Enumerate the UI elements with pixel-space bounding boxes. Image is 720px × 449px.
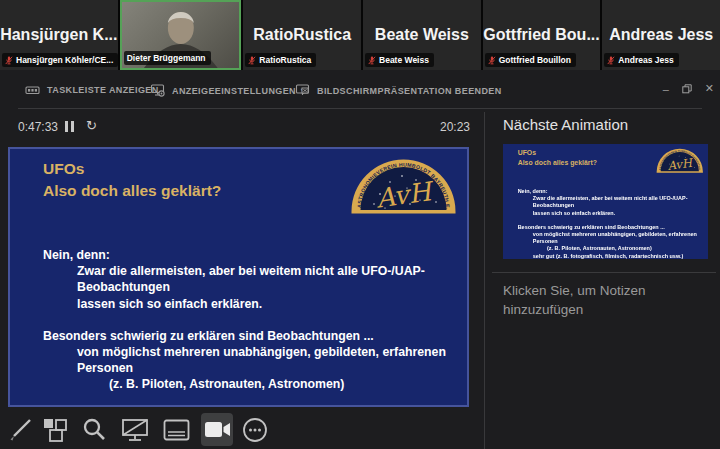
display-settings-icon (150, 84, 165, 97)
astronomy-club-logo: ASTRONOMIEVEREIN HUMBOLDT BAYREUTH E.V. … (350, 152, 457, 214)
display-settings-button[interactable]: ANZEIGEEINSTELLUNGEN ▼ (150, 84, 308, 97)
slide-body-line: Nein, denn: (503, 188, 705, 195)
astronomy-club-logo: ASTRONOMIEVEREIN HUMBOLDT BAYREUTH E.V. … (656, 145, 704, 173)
slide-body-line: Besonders schwierig zu erklären sind Beo… (10, 328, 461, 344)
participant-tile[interactable]: Hansjürgen K... Hansjürgen Köhler/CE... (0, 0, 118, 70)
participant-name-label: Hansjürgen Köhler/CE... (2, 53, 118, 67)
presentation-timer-row: 0:47:33 ↻ 20:23 (18, 118, 470, 136)
slide-body-line: Zwar die allermeisten, aber bei weitem n… (10, 263, 461, 295)
next-animation-preview[interactable]: UFOs Also doch alles geklärt? ASTRONOMIE… (503, 144, 708, 259)
slide-title-line1: UFOs (43, 158, 221, 180)
blank-screen-icon (121, 417, 150, 443)
clock-time: 20:23 (440, 120, 470, 134)
display-settings-label: ANZEIGEEINSTELLUNGEN ▼ (172, 86, 308, 96)
participant-name-label: Gottfried Bouillon (485, 53, 576, 67)
slide-body-line: lassen sich so einfach erklären. (503, 209, 705, 216)
slide-title-line2: Also doch alles geklärt? (43, 180, 221, 202)
subtitles-button[interactable] (161, 413, 191, 446)
participant-name-label: Beate Weiss (365, 53, 434, 67)
slide-title: UFOs Also doch alles geklärt? (518, 148, 597, 168)
toggle-camera-button[interactable] (201, 413, 233, 446)
slide-body: Nein, denn: Zwar die allermeisten, aber … (10, 247, 461, 393)
participant-tile[interactable]: Beate Weiss Beate Weiss (363, 0, 481, 70)
participant-display-name: Hansjürgen K... (0, 26, 118, 44)
slide-body-line: Besonders schwierig zu erklären sind Beo… (503, 224, 705, 231)
slide-title: UFOs Also doch alles geklärt? (43, 158, 221, 202)
mic-muted-icon (607, 56, 615, 65)
taskbar-icon (25, 84, 40, 96)
participant-label-text: Beate Weiss (379, 55, 429, 65)
participant-name-label: RatioRustica (245, 53, 316, 67)
ellipsis-icon (242, 417, 268, 443)
restart-timer-button[interactable]: ↻ (86, 118, 97, 133)
slide-body-line: Zwar die allermeisten, aber bei weitem n… (503, 195, 705, 209)
participant-label-text: Gottfried Bouillon (499, 55, 571, 65)
more-options-button[interactable] (240, 413, 270, 446)
participant-display-name: Beate Weiss (363, 26, 481, 44)
next-slide-thumbnail: UFOs Also doch alles geklärt? ASTRONOMIE… (503, 144, 708, 259)
screen: Hansjürgen K... Hansjürgen Köhler/CE... … (0, 0, 720, 449)
zoom-slide-button[interactable] (79, 413, 109, 446)
participant-label-text: Andreas Jess (618, 55, 673, 65)
show-taskbar-label: TASKLEISTE ANZEIGEN (47, 85, 159, 95)
participant-tile[interactable]: RatioRustica RatioRustica (243, 0, 361, 70)
mic-muted-icon (248, 56, 256, 65)
black-screen-button[interactable] (120, 413, 150, 446)
slide-grid-icon (42, 417, 68, 443)
slide-body-line: von möglichst mehreren unabhängigen, geb… (10, 344, 461, 376)
participant-name-label: Dieter Brüggemann (124, 51, 211, 65)
slide-title-line1: UFOs (518, 148, 597, 158)
see-all-slides-button[interactable] (40, 413, 70, 446)
participant-tile[interactable]: Andreas Jess Andreas Jess (602, 0, 720, 70)
pen-icon (8, 417, 33, 442)
participant-tile[interactable]: Gottfried Bou... Gottfried Bouillon (483, 0, 601, 70)
participant-display-name: Andreas Jess (602, 26, 720, 44)
participant-label-text: Hansjürgen Köhler/CE... (16, 55, 113, 65)
slide-body-line: lassen sich so einfach erklären. (10, 296, 461, 312)
next-animation-heading: Nächste Animation (503, 116, 628, 133)
participant-display-name: Gottfried Bou... (483, 26, 601, 44)
mic-muted-icon (488, 56, 496, 65)
mic-muted-icon (5, 56, 13, 65)
slide-body-line: Nein, denn: (10, 247, 461, 263)
close-button[interactable]: ✕ (705, 82, 714, 95)
slide-body-line: (z. B. Piloten, Astronauten, Astronomen) (10, 376, 461, 392)
window-controls: – ✕ (663, 82, 714, 95)
mic-muted-icon (368, 56, 376, 65)
toolbar-divider (18, 108, 702, 109)
panel-divider (484, 112, 485, 449)
restore-window-button[interactable] (682, 84, 692, 94)
participant-display-name: RatioRustica (243, 26, 361, 44)
notes-divider (492, 272, 716, 273)
pen-tools-button[interactable] (5, 413, 35, 446)
minimize-button[interactable]: – (663, 83, 669, 95)
show-taskbar-button[interactable]: TASKLEISTE ANZEIGEN (25, 84, 159, 96)
slide-title-line2: Also doch alles geklärt? (518, 158, 597, 168)
slide-body-line: (z. B. Piloten, Astronauten, Astronomen) (503, 245, 705, 252)
participant-tile-active-video[interactable]: Dieter Brüggemann (120, 0, 242, 70)
notes-placeholder[interactable]: Klicken Sie, um Notizen hinzuzufügen (503, 281, 683, 319)
pause-timer-button[interactable] (65, 121, 77, 132)
end-slideshow-button[interactable]: BILDSCHIRMPRÄSENTATION BEENDEN (295, 84, 502, 97)
slide-body: Nein, denn: Zwar die allermeisten, aber … (503, 188, 705, 259)
video-participant-strip: Hansjürgen K... Hansjürgen Köhler/CE... … (0, 0, 720, 70)
slide-body-line: sehr gut (z. B. fotografisch, filmisch, … (503, 252, 705, 259)
elapsed-time: 0:47:33 (18, 120, 58, 134)
current-slide[interactable]: UFOs Also doch alles geklärt? ASTRONOMIE… (8, 147, 469, 407)
participant-label-text: RatioRustica (259, 55, 311, 65)
end-slideshow-icon (295, 84, 310, 97)
slide-body-line: von möglichst mehreren unabhängigen, geb… (503, 231, 705, 245)
magnifier-icon (82, 417, 107, 442)
camera-icon (204, 420, 231, 439)
participant-label-text: Dieter Brüggemann (127, 53, 206, 63)
participant-name-label: Andreas Jess (604, 53, 678, 67)
captions-icon (163, 419, 190, 441)
end-slideshow-label: BILDSCHIRMPRÄSENTATION BEENDEN (317, 86, 502, 96)
